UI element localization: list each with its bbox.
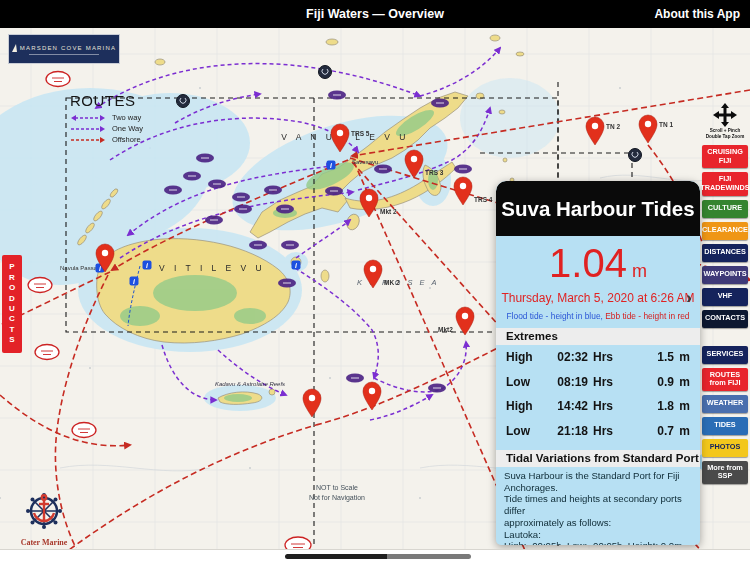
products-letter: P — [9, 262, 14, 272]
tide-height-unit: m — [632, 261, 647, 281]
legend-item-two-way: Two way — [70, 112, 143, 123]
cater-marine-logo[interactable]: Cater Marine — [12, 490, 76, 547]
map-pin: TRS 4 — [454, 177, 493, 205]
extreme-hrs-label: Hrs — [593, 399, 613, 413]
sidebar-button-waypoints[interactable]: WAYPOINTS — [702, 266, 748, 284]
sidebar-button-cruising-fiji[interactable]: CRUISING FIJI — [702, 145, 748, 168]
pan-arrows-icon — [712, 102, 738, 128]
sidebar-button-tides[interactable]: TIDES — [702, 417, 748, 435]
sidebar-button-routes-from-fiji[interactable]: ROUTES from FIJI — [702, 368, 748, 391]
legend-title: ROUTES — [70, 92, 143, 109]
legend-label: Offshore — [112, 135, 141, 144]
bottom-strip — [0, 549, 750, 562]
extreme-row: Low21:18Hrs0.7m — [496, 419, 700, 444]
tide-datetime: Thursday, March 5, 2020 at 6:26 AM — [501, 291, 694, 305]
sidebar-button-vhf[interactable]: VHF — [702, 288, 748, 306]
products-letter: O — [9, 283, 15, 293]
svg-text:TRS 4: TRS 4 — [474, 196, 493, 203]
extreme-type: High — [506, 350, 550, 364]
ebb-tide-legend: Ebb tide - height in red — [605, 311, 689, 321]
map-pin — [303, 389, 321, 417]
legend-label: One Way — [112, 124, 143, 133]
extreme-hrs-label: Hrs — [593, 424, 613, 438]
products-letter: R — [9, 273, 15, 283]
extreme-type: Low — [506, 375, 550, 389]
sidebar-button-culture[interactable]: CULTURE — [702, 200, 748, 218]
map-pin: TN 2 — [586, 117, 620, 145]
variations-section-header: Tidal Variations from Standard Port — [496, 450, 700, 467]
label-not-to-scale: NOT to Scale — [316, 484, 358, 491]
tides-panel-header: Suva Harbour Tides — [496, 181, 700, 236]
marina-banner-logo[interactable]: MARSDEN COVE MARINA — [8, 34, 120, 64]
variations-line: approximately as follows: — [504, 517, 692, 529]
extremes-section-header: Extremes — [496, 328, 700, 345]
extreme-row: Low08:19Hrs0.9m — [496, 370, 700, 395]
sidebar-button-distances[interactable]: DISTANCES — [702, 244, 748, 262]
app-window: Fiji Waters — Overview About this App — [0, 0, 750, 562]
tide-datetime-row[interactable]: Thursday, March 5, 2020 at 6:26 AM › — [496, 291, 700, 305]
extreme-height: 1.8 — [657, 399, 674, 413]
sidebar-button-clearance[interactable]: CLEARANCE — [702, 222, 748, 240]
products-letter: T — [10, 325, 15, 335]
extreme-time: 21:18 — [550, 424, 588, 438]
products-letter: S — [9, 335, 14, 345]
variations-line: Suva Harbour is the Standard Port for Fi… — [504, 470, 692, 493]
svg-text:TN 1: TN 1 — [659, 121, 673, 128]
legend-item-offshore: Offshore — [70, 134, 143, 145]
sidebar-button-fiji-tradewinds[interactable]: FIJI TRADEWINDS — [702, 172, 748, 195]
sidebar-button-contacts[interactable]: CONTACTS — [702, 310, 748, 328]
svg-text:Mkt 2: Mkt 2 — [380, 208, 397, 215]
svg-text:TN 2: TN 2 — [606, 123, 620, 130]
products-tab[interactable]: P R O D U C T S — [2, 255, 22, 353]
chevron-right-icon[interactable]: › — [686, 288, 692, 308]
one-way-arrow-icon — [70, 125, 106, 133]
ships-wheel-anchor-icon — [17, 490, 71, 536]
sailboat-icon — [12, 44, 17, 52]
tides-panel-title: Suva Harbour Tides — [501, 197, 694, 221]
map-pin: TN 1 — [639, 115, 673, 143]
label-viti-levu: V I T I L E V U — [159, 263, 265, 273]
extreme-height: 0.7 — [657, 424, 674, 438]
svg-text:Mkt2: Mkt2 — [438, 326, 453, 333]
extreme-type: Low — [506, 424, 550, 438]
marina-name: MARSDEN COVE MARINA — [20, 45, 116, 51]
cater-marine-label: Cater Marine — [12, 538, 76, 547]
home-indicator[interactable] — [285, 554, 471, 559]
sidebar-menu: Scroll + Pinch Double Tap Zoom CRUISING … — [702, 102, 748, 484]
about-this-app-button[interactable]: About this App — [654, 7, 740, 21]
extreme-unit: m — [674, 399, 690, 413]
tidal-variations-text: Suva Harbour is the Standard Port for Fi… — [496, 467, 700, 545]
variations-line: Lautoka: — [504, 529, 692, 541]
svg-text:TRS 5: TRS 5 — [351, 130, 370, 137]
extreme-unit: m — [674, 375, 690, 389]
products-letter: U — [9, 304, 15, 314]
extreme-time: 02:32 — [550, 350, 588, 364]
products-letter: D — [9, 294, 15, 304]
extreme-unit: m — [674, 350, 690, 364]
sidebar-button-photos[interactable]: PHOTOS — [702, 439, 748, 457]
top-nav-bar: Fiji Waters — Overview About this App — [0, 0, 750, 28]
legend-item-one-way: One Way — [70, 123, 143, 134]
two-way-arrow-icon — [70, 114, 106, 122]
extreme-height: 1.5 — [657, 350, 674, 364]
zoom-hint-line2: Double Tap Zoom — [706, 134, 744, 140]
extreme-height: 0.9 — [657, 375, 674, 389]
extreme-time: 14:42 — [550, 399, 588, 413]
legend-label: Two way — [112, 113, 141, 122]
tide-height-readout: 1.04m — [496, 242, 700, 284]
sidebar-button-services[interactable]: SERVICES — [702, 346, 748, 364]
sidebar-button-weather[interactable]: WEATHER — [702, 395, 748, 413]
tide-color-legend: Flood tide - height in blue, Ebb tide - … — [496, 311, 700, 321]
sidebar-button-more-from-ssp[interactable]: More from SSP — [702, 461, 748, 484]
routes-legend: ROUTES Two way One Way Offshore — [70, 92, 143, 145]
extreme-unit: m — [674, 424, 690, 438]
map-pin: Mkt2 — [438, 307, 474, 335]
zoom-hint: Scroll + Pinch Double Tap Zoom — [702, 102, 748, 139]
page-title: Fiji Waters — Overview — [306, 7, 444, 21]
variations-line: High: -00:05h, Low: -00:05h, Height: 0.0… — [504, 540, 692, 545]
map-pin — [363, 382, 381, 410]
tides-panel: Suva Harbour Tides 1.04m Thursday, March… — [496, 181, 700, 545]
label-kadavu-reefs: Kadavu & Astrolabe Reefs — [215, 381, 285, 387]
label-savusavu: Savusavu — [352, 159, 378, 165]
svg-text:MK 2: MK 2 — [384, 279, 400, 286]
